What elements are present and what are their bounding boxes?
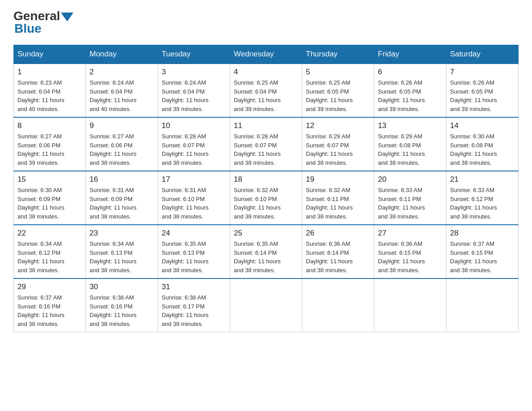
day-info: Sunrise: 6:38 AMSunset: 6:17 PMDaylight:… bbox=[162, 293, 226, 328]
day-info: Sunrise: 6:38 AMSunset: 6:16 PMDaylight:… bbox=[90, 293, 154, 328]
day-number: 26 bbox=[306, 229, 370, 238]
day-number: 7 bbox=[450, 68, 515, 77]
calendar-cell: 12Sunrise: 6:29 AMSunset: 6:07 PMDayligh… bbox=[302, 117, 374, 171]
day-number: 6 bbox=[378, 68, 442, 77]
day-info: Sunrise: 6:24 AMSunset: 6:04 PMDaylight:… bbox=[162, 78, 226, 113]
day-number: 23 bbox=[90, 229, 154, 238]
day-info: Sunrise: 6:23 AMSunset: 6:04 PMDaylight:… bbox=[17, 78, 82, 113]
calendar-cell: 20Sunrise: 6:33 AMSunset: 6:11 PMDayligh… bbox=[374, 171, 446, 225]
day-info: Sunrise: 6:28 AMSunset: 6:07 PMDaylight:… bbox=[234, 132, 298, 167]
day-info: Sunrise: 6:24 AMSunset: 6:04 PMDaylight:… bbox=[90, 78, 154, 113]
calendar-cell: 24Sunrise: 6:35 AMSunset: 6:13 PMDayligh… bbox=[158, 225, 230, 278]
calendar-cell: 27Sunrise: 6:36 AMSunset: 6:15 PMDayligh… bbox=[374, 225, 446, 278]
calendar-header-row: SundayMondayTuesdayWednesdayThursdayFrid… bbox=[14, 45, 519, 64]
day-number: 30 bbox=[90, 283, 154, 291]
calendar-cell: 30Sunrise: 6:38 AMSunset: 6:16 PMDayligh… bbox=[86, 278, 158, 332]
calendar-cell: 3Sunrise: 6:24 AMSunset: 6:04 PMDaylight… bbox=[158, 64, 230, 117]
day-number: 16 bbox=[90, 175, 154, 184]
day-info: Sunrise: 6:33 AMSunset: 6:12 PMDaylight:… bbox=[450, 186, 515, 221]
calendar-cell: 18Sunrise: 6:32 AMSunset: 6:10 PMDayligh… bbox=[230, 171, 302, 225]
page-header: General Blue bbox=[13, 9, 519, 36]
day-info: Sunrise: 6:33 AMSunset: 6:11 PMDaylight:… bbox=[378, 186, 442, 221]
day-info: Sunrise: 6:27 AMSunset: 6:06 PMDaylight:… bbox=[17, 132, 82, 167]
logo-blue-text: Blue bbox=[13, 21, 42, 36]
day-info: Sunrise: 6:30 AMSunset: 6:08 PMDaylight:… bbox=[450, 132, 515, 167]
day-info: Sunrise: 6:37 AMSunset: 6:15 PMDaylight:… bbox=[450, 240, 515, 274]
calendar-cell: 8Sunrise: 6:27 AMSunset: 6:06 PMDaylight… bbox=[14, 117, 86, 171]
day-info: Sunrise: 6:29 AMSunset: 6:07 PMDaylight:… bbox=[306, 132, 370, 167]
column-header-saturday: Saturday bbox=[446, 45, 519, 64]
day-info: Sunrise: 6:25 AMSunset: 6:05 PMDaylight:… bbox=[306, 78, 370, 113]
calendar-week-row: 29Sunrise: 6:37 AMSunset: 6:16 PMDayligh… bbox=[14, 278, 519, 332]
day-info: Sunrise: 6:37 AMSunset: 6:16 PMDaylight:… bbox=[17, 293, 82, 328]
day-number: 2 bbox=[90, 68, 154, 77]
day-number: 8 bbox=[17, 121, 82, 130]
calendar-cell: 1Sunrise: 6:23 AMSunset: 6:04 PMDaylight… bbox=[14, 64, 86, 117]
calendar-week-row: 15Sunrise: 6:30 AMSunset: 6:09 PMDayligh… bbox=[14, 171, 519, 225]
calendar-cell: 19Sunrise: 6:32 AMSunset: 6:11 PMDayligh… bbox=[302, 171, 374, 225]
day-number: 1 bbox=[17, 68, 82, 77]
day-info: Sunrise: 6:29 AMSunset: 6:08 PMDaylight:… bbox=[378, 132, 442, 167]
calendar-cell: 6Sunrise: 6:26 AMSunset: 6:05 PMDaylight… bbox=[374, 64, 446, 117]
calendar-cell bbox=[374, 278, 446, 332]
calendar-cell: 4Sunrise: 6:25 AMSunset: 6:04 PMDaylight… bbox=[230, 64, 302, 117]
day-info: Sunrise: 6:31 AMSunset: 6:09 PMDaylight:… bbox=[90, 186, 154, 221]
calendar-cell: 9Sunrise: 6:27 AMSunset: 6:06 PMDaylight… bbox=[86, 117, 158, 171]
day-info: Sunrise: 6:36 AMSunset: 6:14 PMDaylight:… bbox=[306, 240, 370, 274]
day-info: Sunrise: 6:26 AMSunset: 6:05 PMDaylight:… bbox=[450, 78, 515, 113]
calendar-cell: 17Sunrise: 6:31 AMSunset: 6:10 PMDayligh… bbox=[158, 171, 230, 225]
day-number: 31 bbox=[162, 283, 226, 291]
column-header-sunday: Sunday bbox=[14, 45, 86, 64]
day-number: 28 bbox=[450, 229, 515, 238]
column-header-wednesday: Wednesday bbox=[230, 45, 302, 64]
day-number: 5 bbox=[306, 68, 370, 77]
calendar-table: SundayMondayTuesdayWednesdayThursdayFrid… bbox=[13, 45, 519, 332]
day-number: 21 bbox=[450, 175, 515, 184]
day-number: 10 bbox=[162, 121, 226, 130]
logo-arrow-icon bbox=[61, 13, 73, 21]
calendar-cell: 25Sunrise: 6:35 AMSunset: 6:14 PMDayligh… bbox=[230, 225, 302, 278]
column-header-monday: Monday bbox=[86, 45, 158, 64]
calendar-cell: 16Sunrise: 6:31 AMSunset: 6:09 PMDayligh… bbox=[86, 171, 158, 225]
calendar-cell: 13Sunrise: 6:29 AMSunset: 6:08 PMDayligh… bbox=[374, 117, 446, 171]
calendar-cell: 29Sunrise: 6:37 AMSunset: 6:16 PMDayligh… bbox=[14, 278, 86, 332]
column-header-tuesday: Tuesday bbox=[158, 45, 230, 64]
day-number: 27 bbox=[378, 229, 442, 238]
calendar-cell: 28Sunrise: 6:37 AMSunset: 6:15 PMDayligh… bbox=[446, 225, 519, 278]
day-number: 17 bbox=[162, 175, 226, 184]
calendar-cell: 23Sunrise: 6:34 AMSunset: 6:13 PMDayligh… bbox=[86, 225, 158, 278]
day-number: 24 bbox=[162, 229, 226, 238]
column-header-friday: Friday bbox=[374, 45, 446, 64]
day-info: Sunrise: 6:26 AMSunset: 6:05 PMDaylight:… bbox=[378, 78, 442, 113]
day-number: 13 bbox=[378, 121, 442, 130]
calendar-cell: 10Sunrise: 6:28 AMSunset: 6:07 PMDayligh… bbox=[158, 117, 230, 171]
day-info: Sunrise: 6:36 AMSunset: 6:15 PMDaylight:… bbox=[378, 240, 442, 274]
day-number: 3 bbox=[162, 68, 226, 77]
calendar-cell: 21Sunrise: 6:33 AMSunset: 6:12 PMDayligh… bbox=[446, 171, 519, 225]
day-info: Sunrise: 6:34 AMSunset: 6:13 PMDaylight:… bbox=[90, 240, 154, 274]
calendar-cell: 15Sunrise: 6:30 AMSunset: 6:09 PMDayligh… bbox=[14, 171, 86, 225]
calendar-cell: 7Sunrise: 6:26 AMSunset: 6:05 PMDaylight… bbox=[446, 64, 519, 117]
calendar-cell: 5Sunrise: 6:25 AMSunset: 6:05 PMDaylight… bbox=[302, 64, 374, 117]
day-number: 25 bbox=[234, 229, 298, 238]
day-number: 20 bbox=[378, 175, 442, 184]
calendar-cell: 2Sunrise: 6:24 AMSunset: 6:04 PMDaylight… bbox=[86, 64, 158, 117]
day-number: 18 bbox=[234, 175, 298, 184]
day-number: 19 bbox=[306, 175, 370, 184]
day-info: Sunrise: 6:30 AMSunset: 6:09 PMDaylight:… bbox=[17, 186, 82, 221]
calendar-cell bbox=[230, 278, 302, 332]
day-number: 14 bbox=[450, 121, 515, 130]
calendar-week-row: 1Sunrise: 6:23 AMSunset: 6:04 PMDaylight… bbox=[14, 64, 519, 117]
day-info: Sunrise: 6:32 AMSunset: 6:11 PMDaylight:… bbox=[306, 186, 370, 221]
day-number: 11 bbox=[234, 121, 298, 130]
column-header-thursday: Thursday bbox=[302, 45, 374, 64]
logo: General Blue bbox=[13, 9, 73, 36]
day-info: Sunrise: 6:35 AMSunset: 6:13 PMDaylight:… bbox=[162, 240, 226, 274]
calendar-cell: 26Sunrise: 6:36 AMSunset: 6:14 PMDayligh… bbox=[302, 225, 374, 278]
day-number: 22 bbox=[17, 229, 82, 238]
day-info: Sunrise: 6:28 AMSunset: 6:07 PMDaylight:… bbox=[162, 132, 226, 167]
calendar-cell bbox=[302, 278, 374, 332]
day-number: 29 bbox=[17, 283, 82, 291]
calendar-week-row: 22Sunrise: 6:34 AMSunset: 6:12 PMDayligh… bbox=[14, 225, 519, 278]
day-info: Sunrise: 6:27 AMSunset: 6:06 PMDaylight:… bbox=[90, 132, 154, 167]
